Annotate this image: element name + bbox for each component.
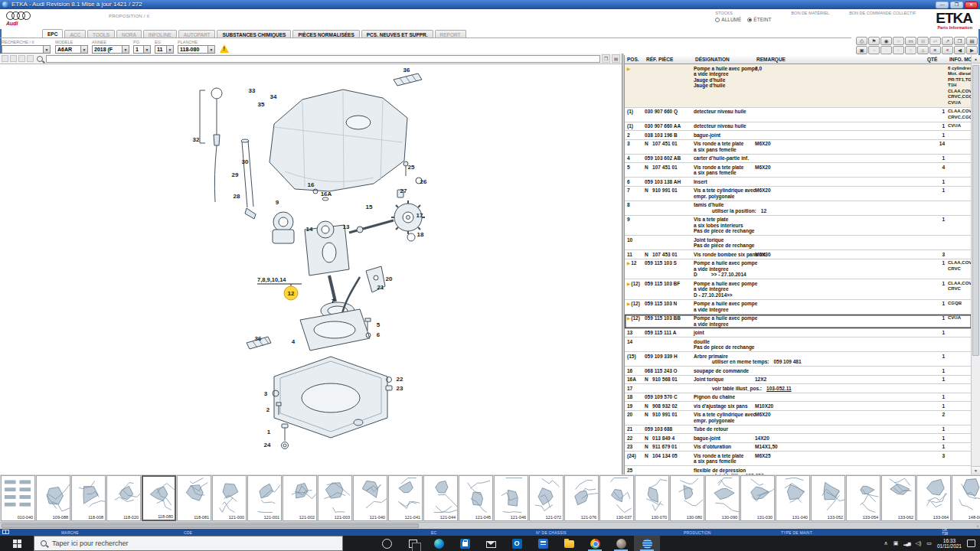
table-row[interactable]: 2038 103 196 Bbague-joint1: [625, 131, 972, 140]
dropdown-modele-icon[interactable]: ▼: [81, 45, 88, 54]
chevron-up-icon[interactable]: ∧: [884, 540, 888, 546]
radio-allume-dot[interactable]: [715, 18, 720, 22]
search-dropdown[interactable]: ▼: [44, 45, 51, 54]
dropdown-annee-icon[interactable]: ▼: [122, 45, 129, 54]
field-value-pg[interactable]: 1: [133, 45, 144, 54]
callout-29[interactable]: 29: [232, 171, 239, 178]
callout-32[interactable]: 32: [193, 136, 200, 143]
minimize-button[interactable]: —: [936, 2, 949, 8]
filmstrip-thumb-130-090[interactable]: 130-090: [705, 475, 740, 521]
filmstrip-thumb-118-020[interactable]: 118-020: [106, 475, 141, 521]
announce-button[interactable]: ⚑: [868, 37, 880, 45]
table-row[interactable]: 6059 103 138 AHInsert1: [625, 178, 972, 187]
volume-icon[interactable]: ◁): [916, 540, 922, 546]
quickbar-tool-icon[interactable]: [18, 55, 25, 62]
filmstrip-thumb-118-080[interactable]: 118-080: [142, 475, 176, 521]
field-value-eg[interactable]: 11: [155, 45, 167, 54]
filmstrip-thumb-121-045[interactable]: 121-045: [459, 475, 493, 521]
explorer-taskbar-button[interactable]: [556, 536, 582, 551]
table-row[interactable]: 23N 911 679 01Vis d'obturationM14X1,501: [625, 443, 972, 452]
maximize-button[interactable]: ❐: [950, 2, 963, 8]
filmstrip-thumb-121-040[interactable]: 121-040: [353, 475, 387, 521]
table-row[interactable]: ▶Pompe a huile avec pompea vide integree…: [625, 64, 972, 108]
dropdown-pg-icon[interactable]: ▼: [144, 45, 151, 54]
filmstrip-thumb-121-041[interactable]: 121-041: [388, 475, 423, 521]
filmstrip-thumb-121-002[interactable]: 121-002: [283, 475, 317, 521]
filmstrip-thumb-133-064[interactable]: 133-064: [916, 475, 951, 521]
table-row[interactable]: ▶(12)059 115 103 BBPompe a huile avec po…: [625, 315, 972, 329]
table-row[interactable]: (15)059 109 339 HArbre primaireutiliser …: [625, 352, 972, 367]
callout-7[interactable]: 7: [332, 298, 335, 305]
scroll-down-icon[interactable]: ▼: [972, 466, 980, 474]
print-button[interactable]: ⎙: [856, 37, 867, 45]
callout-34[interactable]: 34: [270, 93, 277, 100]
dropdown-planche-icon[interactable]: ▼: [208, 45, 215, 54]
radio-eteint[interactable]: ÉTEINT: [747, 17, 771, 22]
filmstrip-thumb-130-070[interactable]: 130-070: [635, 475, 669, 521]
callout-18[interactable]: 18: [417, 231, 424, 238]
screen-button[interactable]: ▣: [856, 46, 867, 54]
taskbar-clock[interactable]: 16:33 01/11/2021: [937, 538, 962, 549]
filmstrip-thumb-121-076[interactable]: 121-076: [564, 475, 599, 521]
table-row[interactable]: ▶(12)059 115 103 BFPompe a huile avec po…: [625, 279, 972, 300]
cortana-taskbar-button[interactable]: [374, 536, 400, 551]
radio-allume[interactable]: ALLUMÉ: [715, 17, 741, 22]
table-row[interactable]: 5N 107 451 01Vis ronde a tete platea six…: [625, 163, 972, 178]
callout-16A[interactable]: 16A: [321, 191, 332, 197]
table-row[interactable]: 7N 910 991 01Vis a tete cylindrique avec…: [625, 187, 972, 201]
field-value-planche[interactable]: 118-080: [178, 45, 208, 54]
filmstrip-thumb-010-040[interactable]: 010-040: [1, 475, 35, 521]
table-row[interactable]: 10Joint toriquePas de piece de rechange: [625, 236, 972, 250]
callout-33[interactable]: 33: [249, 87, 256, 94]
overview-button[interactable]: ❐: [602, 54, 610, 63]
table-row[interactable]: 17voir table illust_pos.:103-052.11: [625, 384, 972, 393]
callout-23[interactable]: 23: [397, 385, 403, 392]
table-row[interactable]: 25flexible de depressioncf. tabl.d'ill.:…: [625, 466, 972, 474]
callout-3[interactable]: 3: [264, 390, 268, 397]
callout-1[interactable]: 1: [267, 429, 271, 435]
security-icon[interactable]: ▣: [893, 540, 899, 546]
callout-16[interactable]: 16: [308, 181, 315, 188]
outlook-taskbar-button[interactable]: O: [504, 536, 530, 551]
gimp-taskbar-button[interactable]: [608, 536, 634, 551]
etka-taskbar-button[interactable]: [634, 536, 660, 551]
callout-4[interactable]: 4: [292, 338, 296, 345]
start-button[interactable]: [0, 536, 34, 551]
quickbar-tool-icon[interactable]: [10, 55, 17, 62]
filmstrip-thumb-131-030[interactable]: 131-030: [740, 475, 775, 521]
callout-20[interactable]: 20: [386, 276, 393, 282]
parts-scrollbar[interactable]: ▲ ▼: [971, 55, 980, 474]
office-taskbar-button[interactable]: [530, 536, 556, 551]
table-row[interactable]: 9Vis a tete platea six lobes interieursP…: [625, 216, 972, 236]
table-row[interactable]: (1)030 907 660 AAdetecteur niveau huile1…: [625, 122, 972, 132]
filmstrip-thumb-121-003[interactable]: 121-003: [318, 475, 352, 521]
scrollbar-thumb[interactable]: [972, 65, 979, 356]
filmstrip-thumb-121-044[interactable]: 121-044: [423, 475, 458, 521]
callout-6[interactable]: 6: [377, 331, 381, 338]
callout-27[interactable]: 27: [400, 187, 407, 194]
callout-28[interactable]: 28: [234, 193, 240, 200]
callout-30[interactable]: 30: [242, 158, 249, 165]
filmstrip-thumb-133-052[interactable]: 133-052: [811, 475, 845, 521]
filmstrip-scroll-thumb[interactable]: [2, 523, 419, 528]
filmstrip-thumb-121-046[interactable]: 121-046: [494, 475, 528, 521]
field-value-annee[interactable]: 2018 (F: [92, 45, 122, 54]
highlighted-position-number[interactable]: 12: [288, 290, 295, 297]
illustration-panel[interactable]: 363435333230292891616A141315252627171820…: [0, 64, 622, 474]
home-button[interactable]: ≡: [929, 46, 941, 54]
table-row[interactable]: 16AN 910 568 01Joint torique12X21: [625, 376, 972, 385]
filmstrip-thumb-131-040[interactable]: 131-040: [776, 475, 810, 521]
camera-button[interactable]: ◉: [880, 37, 892, 45]
monitor-button[interactable]: ▭: [905, 37, 916, 45]
network-icon[interactable]: ▂▄▆: [903, 540, 910, 546]
callout-13[interactable]: 13: [343, 223, 350, 230]
task-view-taskbar-button[interactable]: [400, 536, 426, 551]
catalog-button[interactable]: ▤: [966, 37, 978, 45]
callout-17[interactable]: 17: [416, 212, 423, 219]
table-row[interactable]: 19N 908 932 02vis d'ajustage six pansM10…: [625, 402, 972, 411]
edge-taskbar-button[interactable]: [426, 536, 452, 551]
first-page-button[interactable]: «: [942, 46, 953, 54]
table-row[interactable]: 14douillePas de piece de rechange: [625, 337, 972, 352]
export-button[interactable]: ↗: [942, 37, 953, 45]
table-row[interactable]: 3N 107 451 01Vis ronde a tete platea six…: [625, 140, 972, 155]
